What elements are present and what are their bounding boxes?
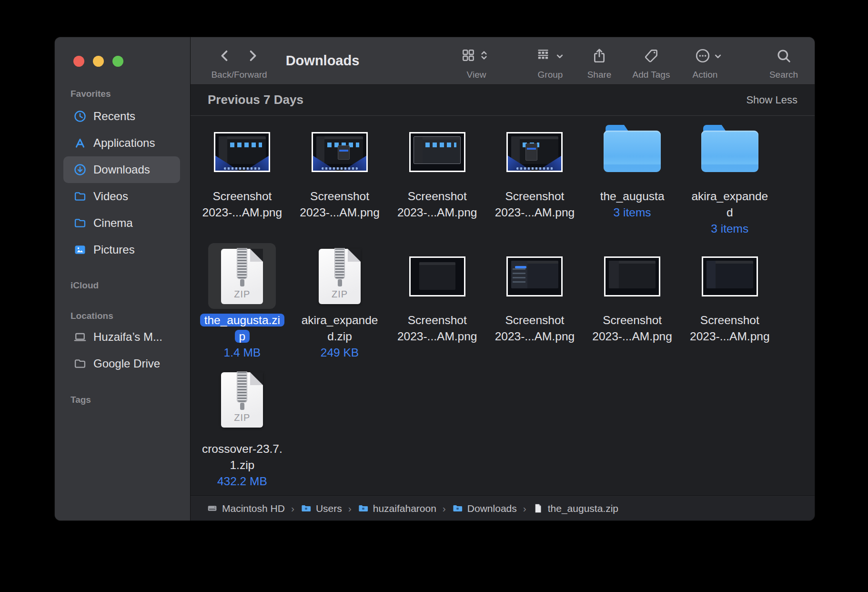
download-circle-icon bbox=[73, 163, 87, 176]
file-thumbnail bbox=[409, 256, 465, 296]
file-item[interactable]: Screenshot2023-...AM.png bbox=[681, 240, 778, 361]
file-name: Screenshot bbox=[408, 188, 467, 204]
file-name: d bbox=[727, 204, 733, 221]
sidebar-item-pictures[interactable]: Pictures bbox=[63, 236, 180, 263]
file-item[interactable]: ZIP crossover-23.7.1.zip432.2 MB bbox=[193, 373, 291, 490]
sidebar-item-videos[interactable]: Videos bbox=[63, 183, 180, 210]
file-item[interactable]: akira_expanded3 items bbox=[681, 125, 778, 237]
sidebar: Favorites Recents Applications Downloads… bbox=[55, 37, 191, 521]
file-size: 432.2 MB bbox=[217, 473, 267, 490]
file-item[interactable]: Screenshot2023-...AM.png bbox=[486, 240, 584, 361]
sidebar-item-label: Applications bbox=[93, 136, 155, 150]
file-name: Screenshot bbox=[603, 312, 662, 328]
laptop-icon bbox=[73, 330, 87, 344]
document-icon bbox=[533, 503, 544, 514]
file-name: akira_expande bbox=[691, 188, 768, 204]
folder-icon bbox=[73, 216, 87, 230]
sidebar-item-recents[interactable]: Recents bbox=[63, 103, 180, 130]
section-header: Previous 7 Days Show Less bbox=[191, 85, 815, 116]
file-item[interactable]: the_augusta3 items bbox=[584, 125, 681, 237]
file-name: 2023-...AM.png bbox=[300, 204, 380, 221]
file-name: crossover-23.7. bbox=[202, 441, 283, 457]
file-name: 2023-...AM.png bbox=[397, 328, 477, 345]
file-item[interactable]: Screenshot2023-...AM.png bbox=[193, 125, 291, 237]
path-segment-downloads[interactable]: Downloads bbox=[452, 503, 517, 514]
file-name: 2023-...AM.png bbox=[690, 328, 770, 345]
item-count: 3 items bbox=[711, 221, 748, 237]
view-label: View bbox=[467, 70, 486, 80]
file-name: 2023-...AM.png bbox=[397, 204, 477, 221]
file-name: 2023-...AM.png bbox=[495, 204, 575, 221]
back-icon[interactable] bbox=[217, 48, 233, 64]
file-size: 1.4 MB bbox=[224, 345, 261, 361]
group-icon bbox=[535, 48, 551, 63]
file-name: 2023-...AM.png bbox=[202, 204, 283, 221]
file-size: 249 KB bbox=[321, 345, 359, 361]
search-label: Search bbox=[769, 70, 798, 80]
path-separator: › bbox=[348, 503, 352, 514]
zip-icon: ZIP bbox=[221, 372, 263, 428]
minimize-button[interactable] bbox=[93, 56, 104, 67]
file-thumbnail bbox=[409, 132, 465, 172]
action-label: Action bbox=[693, 70, 718, 80]
file-thumbnail bbox=[312, 132, 368, 172]
show-less-link[interactable]: Show Less bbox=[746, 94, 797, 106]
folder-icon bbox=[604, 125, 661, 172]
file-name: Screenshot bbox=[212, 188, 272, 204]
file-item[interactable]: ZIP akira_expanded.zip249 KB bbox=[291, 240, 389, 361]
path-separator: › bbox=[523, 503, 526, 514]
sidebar-item-google-drive[interactable]: Google Drive bbox=[63, 350, 180, 377]
sidebar-item-label: Recents bbox=[93, 110, 135, 123]
file-name: Screenshot bbox=[408, 312, 467, 328]
sidebar-item-label: Google Drive bbox=[93, 357, 160, 370]
sidebar-section-locations: Locations bbox=[71, 311, 113, 321]
file-name: Screenshot bbox=[505, 312, 564, 328]
file-item-selected[interactable]: ZIP the_augusta.zip1.4 MB bbox=[193, 240, 291, 361]
path-segment-macintosh-hd[interactable]: Macintosh HD bbox=[207, 503, 285, 514]
folder-icon bbox=[73, 190, 87, 203]
folder-icon bbox=[701, 125, 758, 172]
folder-icon bbox=[452, 503, 463, 514]
close-button[interactable] bbox=[73, 56, 84, 67]
traffic-lights bbox=[73, 56, 123, 67]
sidebar-section-tags: Tags bbox=[71, 395, 91, 405]
sidebar-section-icloud: iCloud bbox=[71, 280, 99, 291]
file-thumbnail bbox=[702, 256, 758, 296]
file-thumbnail bbox=[506, 256, 563, 296]
folder-icon bbox=[73, 357, 87, 370]
path-separator: › bbox=[443, 503, 446, 514]
tag-icon bbox=[643, 48, 659, 64]
sidebar-item-downloads[interactable]: Downloads bbox=[63, 156, 180, 183]
file-name: p bbox=[235, 330, 250, 343]
sidebar-item-huzaifas-mac[interactable]: Huzaifa’s M... bbox=[63, 324, 180, 350]
path-bar: Macintosh HD › Users › huzaifaharoon › D… bbox=[191, 496, 815, 521]
clock-icon bbox=[73, 110, 87, 123]
share-label: Share bbox=[587, 70, 612, 80]
file-name: Screenshot bbox=[310, 188, 369, 204]
zip-icon: ZIP bbox=[319, 249, 361, 304]
path-segment-the-augusta-zip[interactable]: the_augusta.zip bbox=[533, 503, 618, 514]
window-title: Downloads bbox=[286, 53, 360, 69]
file-item[interactable]: Screenshot2023-...AM.png bbox=[584, 240, 681, 361]
file-browser-content: Previous 7 Days Show Less Screenshot2023… bbox=[191, 85, 815, 496]
zoom-button[interactable] bbox=[112, 56, 123, 67]
sidebar-item-cinema[interactable]: Cinema bbox=[63, 210, 180, 236]
share-icon bbox=[591, 48, 607, 64]
chevron-down-icon bbox=[554, 50, 566, 62]
sidebar-item-label: Pictures bbox=[93, 243, 135, 256]
file-name: the_augusta bbox=[600, 188, 665, 204]
file-item[interactable]: Screenshot2023-...AM.png bbox=[388, 125, 486, 237]
forward-icon[interactable] bbox=[244, 48, 261, 64]
file-item[interactable]: Screenshot2023-...AM.png bbox=[388, 240, 486, 361]
sidebar-item-applications[interactable]: Applications bbox=[63, 130, 180, 156]
add-tags-label: Add Tags bbox=[633, 70, 670, 80]
file-name: Screenshot bbox=[700, 312, 759, 328]
grid-view-icon bbox=[461, 48, 476, 63]
file-item[interactable]: Screenshot2023-...AM.png bbox=[291, 125, 389, 237]
file-item[interactable]: Screenshot2023-...AM.png bbox=[486, 125, 584, 237]
path-segment-users[interactable]: Users bbox=[301, 503, 342, 514]
zip-icon: ZIP bbox=[221, 249, 263, 304]
hard-drive-icon bbox=[207, 503, 218, 514]
file-name: the_augusta.zi bbox=[200, 314, 284, 327]
path-segment-huzaifaharoon[interactable]: huzaifaharoon bbox=[358, 503, 436, 514]
